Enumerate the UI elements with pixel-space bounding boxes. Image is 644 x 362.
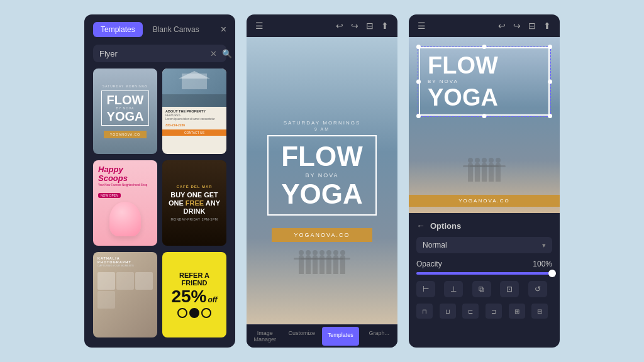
right-undo-icon[interactable]: ↩ <box>498 21 506 31</box>
crop-button[interactable]: ⊡ <box>500 281 519 297</box>
layout-3-button[interactable]: ⊏ <box>462 304 479 319</box>
yoga-yoga-text: YOGA <box>107 110 144 123</box>
yoga-flow-text: FLOW <box>107 94 144 106</box>
canvas-time: 9 AM <box>314 127 330 131</box>
handle-br[interactable] <box>548 114 552 118</box>
yoga-canvas: SATURDAY MORNINGS 9 AM FLOW BY NOVA YOGA… <box>247 37 397 324</box>
clear-icon[interactable]: ✕ <box>210 49 217 58</box>
blend-mode-dropdown[interactable]: Normal ▾ <box>416 237 552 253</box>
search-bar: ✕ 🔍 ≡ <box>93 45 226 62</box>
align-center-v-button[interactable]: ⊥ <box>444 281 463 297</box>
photo-sub: CAPTURING YOUR MOMENTS <box>97 264 153 267</box>
mid-undo-icon[interactable]: ↩ <box>336 21 343 31</box>
template-card-yoga[interactable]: SATURDAY MORNINGS FLOW BY NOVA YOGA YOGA… <box>93 69 157 154</box>
tab-customize[interactable]: Customize <box>284 325 321 348</box>
slider-track <box>416 272 552 275</box>
scoops-title: Happy Scoops <box>98 165 152 184</box>
yoga-box: FLOW BY NOVA YOGA <box>101 90 150 126</box>
refer-discount: 25% off <box>171 288 217 305</box>
left-panel-header: Templates Blank Canvas × <box>84 14 235 42</box>
right-canvas: FLOW BY NOVA YOGA YOGANOVA.CO <box>409 37 560 213</box>
tab-graph[interactable]: Graph... <box>361 325 398 348</box>
template-card-cafe[interactable]: CAFÉ DEL MAR BUY ONE GET ONE FREE ANY DR… <box>162 160 226 246</box>
handle-mr[interactable] <box>548 79 552 84</box>
dropdown-chevron: ▾ <box>542 241 546 250</box>
photo-name: KATHALIA PHOTOGRAPHY <box>97 256 153 264</box>
layout-1-button[interactable]: ⊓ <box>416 304 433 319</box>
photo-content: KATHALIA PHOTOGRAPHY CAPTURING YOUR MOME… <box>93 252 157 313</box>
tab-group: Templates Blank Canvas <box>93 22 207 37</box>
selected-box[interactable]: FLOW BY NOVA YOGA <box>419 47 550 116</box>
cafe-detail: MONDAY-FRIDAY 2PM-5PM <box>171 217 218 221</box>
tab-blank-canvas[interactable]: Blank Canvas <box>145 22 207 37</box>
options-panel: ← Options Normal ▾ Opacity 100% <box>409 213 560 348</box>
mid-toolbar: ☰ ↩ ↪ ⊟ ⬆ <box>247 14 397 37</box>
handle-ml[interactable] <box>416 79 421 84</box>
back-arrow[interactable]: ← <box>416 221 425 231</box>
opacity-row: Opacity 100% <box>416 260 552 268</box>
handle-tl[interactable] <box>416 45 421 49</box>
right-flow: FLOW <box>428 53 541 77</box>
layout-2-button[interactable]: ⊔ <box>440 304 456 319</box>
yoga-website: YOGANOVA.CO <box>104 131 147 138</box>
refer-off: off <box>208 295 217 304</box>
scoops-sub: Your New Favorite Neighborhood Shop <box>98 184 152 187</box>
copy-button[interactable]: ⧉ <box>472 281 491 297</box>
search-icon[interactable]: 🔍 <box>222 49 232 58</box>
layout-5-button[interactable]: ⊞ <box>509 304 525 319</box>
canvas-website: YOGANOVA.CO <box>272 228 373 242</box>
cafe-content: CAFÉ DEL MAR BUY ONE GET ONE FREE ANY DR… <box>162 160 226 246</box>
template-card-refer[interactable]: REFER A FRIEND 25% off <box>162 252 226 337</box>
scoops-content: Happy Scoops Your New Favorite Neighborh… <box>93 160 157 241</box>
align-icons-row: ⊢ ⊥ ⧉ ⊡ ↺ <box>416 281 552 297</box>
mid-panel: ☰ ↩ ↪ ⊟ ⬆ SATURDAY MORNINGS <box>247 14 397 348</box>
house-desc: FEATURESLorem ipsum dolor sit amet conse… <box>165 114 223 122</box>
panels-container: Templates Blank Canvas × ✕ 🔍 ≡ SATURDAY … <box>72 2 572 360</box>
tab-templates[interactable]: Templates <box>322 327 359 346</box>
handle-tr[interactable] <box>548 45 552 49</box>
cafe-offer: BUY ONE GET ONE FREE ANY DRINK <box>167 191 221 216</box>
refer-title: REFER A FRIEND <box>167 272 221 287</box>
refer-icons <box>177 308 211 318</box>
layout-4-button[interactable]: ⊐ <box>486 304 502 319</box>
right-print-icon[interactable]: ⊟ <box>528 21 536 31</box>
right-share-icon[interactable]: ⬆ <box>543 21 551 31</box>
refer-content: REFER A FRIEND 25% off <box>162 252 226 337</box>
mid-bottom-tabs: Image Manager Customize Templates Graph.… <box>247 324 397 348</box>
opacity-value: 100% <box>533 260 552 268</box>
mid-print-icon[interactable]: ⊟ <box>366 21 374 31</box>
template-card-house[interactable]: ABOUT THE PROPERTY FEATURESLorem ipsum d… <box>162 69 226 154</box>
templates-grid: SATURDAY MORNINGS FLOW BY NOVA YOGA YOGA… <box>84 69 235 348</box>
right-panel: ☰ ↩ ↪ ⊟ ⬆ <box>409 14 560 348</box>
handle-bl[interactable] <box>416 114 421 118</box>
scoops-ice-cream <box>98 202 152 236</box>
right-people <box>409 163 560 182</box>
align-left-button[interactable]: ⊢ <box>416 281 435 297</box>
layout-icons-row: ⊓ ⊔ ⊏ ⊐ ⊞ ⊟ <box>416 304 552 319</box>
tab-image-manager[interactable]: Image Manager <box>247 325 284 348</box>
close-button[interactable]: × <box>221 25 226 35</box>
right-menu-icon[interactable]: ☰ <box>418 21 426 31</box>
mid-canvas: SATURDAY MORNINGS 9 AM FLOW BY NOVA YOGA… <box>247 37 397 324</box>
template-card-scoops[interactable]: Happy Scoops Your New Favorite Neighborh… <box>93 160 157 246</box>
mid-menu-icon[interactable]: ☰ <box>255 21 264 31</box>
people-silhouettes <box>247 255 397 274</box>
right-toolbar: ☰ ↩ ↪ ⊟ ⬆ <box>409 14 560 37</box>
layout-6-button[interactable]: ⊟ <box>531 304 548 319</box>
slider-thumb[interactable] <box>548 270 556 277</box>
canvas-main-box: FLOW BY NOVA YOGA <box>267 135 377 216</box>
handle-bm[interactable] <box>482 114 487 118</box>
rotate-button[interactable]: ↺ <box>528 281 547 297</box>
template-card-photo[interactable]: KATHALIA PHOTOGRAPHY CAPTURING YOUR MOME… <box>93 252 157 337</box>
options-header: ← Options <box>416 221 552 231</box>
mid-redo-icon[interactable]: ↪ <box>351 21 358 31</box>
tab-templates[interactable]: Templates <box>93 22 143 37</box>
scoops-now-open: NOW OPEN <box>98 193 121 198</box>
opacity-slider[interactable] <box>416 272 552 275</box>
search-input[interactable] <box>99 49 205 58</box>
photo-grid <box>97 272 153 309</box>
handle-tm[interactable] <box>482 45 487 49</box>
mid-share-icon[interactable]: ⬆ <box>381 21 389 31</box>
right-yoga-box: FLOW BY NOVA YOGA <box>419 47 550 116</box>
right-redo-icon[interactable]: ↪ <box>513 21 521 31</box>
